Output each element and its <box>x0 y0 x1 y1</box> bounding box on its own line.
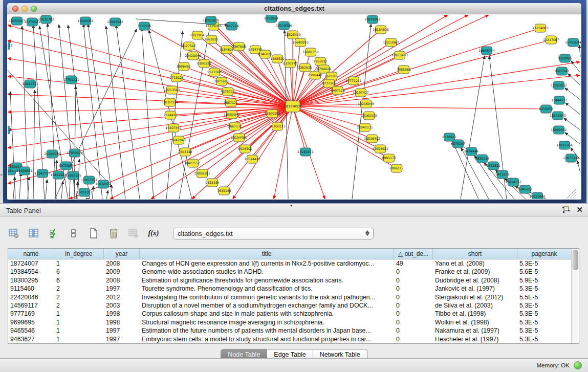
graph-node[interactable]: 22041131 <box>357 123 373 132</box>
graph-node[interactable]: 12161115 <box>361 112 377 120</box>
table-row[interactable]: 946554611997Estimation of the future num… <box>8 326 571 335</box>
column-header[interactable]: in_degree <box>54 249 104 259</box>
graph-node[interactable]: 6996112 <box>389 164 404 172</box>
graph-node[interactable]: 9474444 <box>464 147 478 156</box>
graph-node[interactable]: 7955812 <box>313 57 328 65</box>
graph-node[interactable]: 7515526 <box>137 22 151 30</box>
graph-node[interactable]: 7857224 <box>225 22 239 30</box>
graph-node[interactable]: 17751221 <box>63 76 79 84</box>
memory-indicator[interactable] <box>574 361 582 369</box>
graph-node[interactable]: 10654112 <box>505 178 521 186</box>
table-columns-button[interactable] <box>27 227 40 240</box>
table-row[interactable]: 1872400712008Changes of HCN gene express… <box>8 259 571 268</box>
graph-node[interactable]: 12217067 <box>543 36 559 44</box>
graph-node[interactable]: 12444151 <box>551 96 568 104</box>
checkbox-list-button[interactable] <box>47 227 60 240</box>
graph-node[interactable]: 2867131 <box>228 122 242 130</box>
rows-button[interactable] <box>67 227 80 240</box>
graph-node[interactable]: 8912954 <box>190 31 205 39</box>
graph-node[interactable]: 13941711 <box>22 80 38 88</box>
function-builder-button[interactable]: f(x) <box>147 227 160 240</box>
graph-node[interactable]: 20206576 <box>44 150 60 158</box>
graph-node[interactable]: 10553287 <box>9 17 25 25</box>
table-row[interactable]: 977716911998Corpus callosum shape and si… <box>8 310 571 318</box>
graph-node[interactable]: 3867121 <box>224 99 238 107</box>
graph-node[interactable]: 1588520 <box>270 55 285 63</box>
graph-node[interactable]: 1362615 <box>298 63 312 72</box>
graph-node[interactable]: 13061542 <box>107 18 123 26</box>
table-row[interactable]: 1830029562008Estimation of significance … <box>8 276 571 285</box>
graph-node[interactable]: 8215958 <box>539 105 553 113</box>
graph-node[interactable]: 9127505 <box>182 42 196 50</box>
graph-node[interactable]: 9896461 <box>177 62 191 71</box>
graph-node[interactable]: 9227343 <box>555 67 569 75</box>
graph-node[interactable]: 8186328 <box>197 59 211 68</box>
graph-node[interactable]: 2935114 <box>475 155 489 163</box>
graph-node[interactable]: 11254803 <box>532 24 549 32</box>
graph-node[interactable]: 20531702 <box>38 15 54 24</box>
graph-node[interactable]: 18935121 <box>8 41 13 50</box>
hub-node[interactable]: 18724007 <box>284 101 302 112</box>
graph-node[interactable]: 9329966 <box>558 54 572 62</box>
graph-node[interactable]: 8813054 <box>264 15 278 23</box>
graph-node[interactable]: 8220377 <box>283 59 297 68</box>
graph-node[interactable]: 2967608 <box>232 42 246 51</box>
graph-node[interactable]: 11451921 <box>50 171 67 179</box>
float-panel-icon[interactable] <box>562 206 570 213</box>
collapse-handle-icon[interactable]: ▸ <box>1 172 3 177</box>
scrollbar-thumb[interactable] <box>573 250 578 270</box>
table-row[interactable]: 969969511998Structural magnetic resonanc… <box>8 318 571 326</box>
graph-node[interactable]: 8471676 <box>495 170 510 179</box>
graph-node[interactable]: 10107427 <box>353 89 369 97</box>
graph-node[interactable]: 16210643 <box>550 112 566 120</box>
graph-node[interactable]: 15751074 <box>565 38 581 47</box>
graph-node[interactable]: 16107447 <box>165 124 182 132</box>
graph-node[interactable]: 15145451 <box>297 148 314 156</box>
graph-node[interactable]: 19218506 <box>276 21 292 30</box>
window-titlebar[interactable]: citations_edges.txt <box>7 3 581 14</box>
graph-node[interactable]: 17359929 <box>67 149 83 157</box>
graph-node[interactable]: 9875685 <box>214 77 229 85</box>
graph-node[interactable]: 6873197 <box>451 140 465 148</box>
graph-node[interactable]: 9524501 <box>238 145 252 153</box>
graph-node[interactable]: 9242848 <box>171 136 186 144</box>
graph-node[interactable]: 7635144 <box>217 187 231 195</box>
graph-node[interactable]: 25300213 <box>269 122 286 130</box>
graph-node[interactable]: 7632621 <box>486 162 500 170</box>
graph-node[interactable]: 17957253 <box>81 176 97 184</box>
graph-node[interactable]: 20876862 <box>364 15 381 24</box>
column-header[interactable]: pagerank <box>517 249 571 259</box>
new-document-button[interactable] <box>87 227 100 240</box>
graph-node[interactable]: 15084081 <box>77 17 94 25</box>
graph-node[interactable]: 15892931 <box>551 126 567 134</box>
graph-node[interactable]: 7663822 <box>204 35 219 43</box>
close-panel-icon[interactable]: ✕ <box>576 206 583 214</box>
graph-node[interactable]: 4275712 <box>221 87 235 96</box>
graph-node[interactable]: 9245652 <box>518 185 532 193</box>
network-canvas[interactable]: 1872400718300295253002131522605889129549… <box>8 15 581 199</box>
graph-node[interactable]: 16648784 <box>478 47 495 55</box>
graph-node[interactable]: 2718126 <box>169 74 184 82</box>
column-header[interactable]: △ out_de... <box>394 249 433 259</box>
graph-node[interactable]: 2903144 <box>178 148 192 156</box>
graph-node[interactable]: 7524412 <box>163 111 178 119</box>
graph-node[interactable]: 17006351 <box>194 169 210 178</box>
graph-node[interactable]: 9153154 <box>205 179 220 187</box>
column-header[interactable]: name <box>8 249 54 259</box>
table-row[interactable]: 946362711997Embryonic stem cells: a mode… <box>8 335 571 343</box>
graph-node[interactable]: 9527508 <box>207 68 222 76</box>
column-header[interactable]: year <box>104 249 140 259</box>
graph-node[interactable]: 16154808 <box>373 26 389 34</box>
table-delete-button[interactable] <box>127 227 140 240</box>
graph-node[interactable]: 16640910 <box>292 38 309 47</box>
graph-node[interactable]: 12342757 <box>34 169 51 178</box>
table-row[interactable]: 1456911722003Disruption of a novel membe… <box>8 301 571 310</box>
table-row[interactable]: 2242004622012Investigating the contribut… <box>8 293 571 301</box>
graph-node[interactable]: 18516412 <box>364 135 380 143</box>
graph-node[interactable]: 13216049 <box>358 100 374 108</box>
graph-node[interactable]: 16961758 <box>302 48 319 56</box>
graph-node[interactable]: 17016504 <box>556 141 573 149</box>
column-header[interactable]: short <box>433 249 517 259</box>
graph-node[interactable]: 8995173 <box>382 154 396 162</box>
graph-node[interactable]: 9975887 <box>59 162 73 170</box>
